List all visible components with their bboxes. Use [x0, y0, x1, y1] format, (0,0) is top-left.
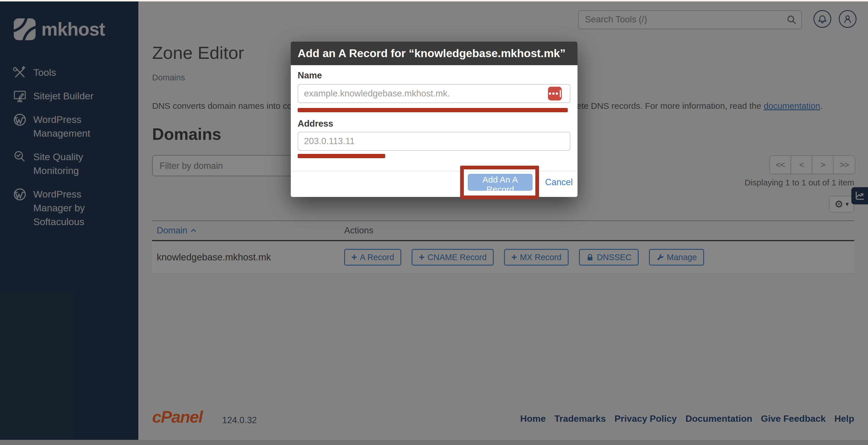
name-label: Name — [298, 70, 322, 81]
cancel-link[interactable]: Cancel — [545, 177, 573, 187]
top-edge-strip — [0, 0, 868, 1]
password-manager-autofill-icon[interactable] — [548, 87, 562, 100]
annotation-highlight-submit — [460, 166, 539, 199]
record-address-input[interactable] — [298, 132, 570, 151]
annotation-underline-name — [298, 108, 568, 112]
record-name-input[interactable] — [298, 84, 570, 103]
modal-header: Add an A Record for “knowledgebase.mkhos… — [291, 41, 578, 65]
zone-editor-page: mkhost Tools — [0, 0, 868, 445]
annotation-underline-address — [298, 154, 385, 158]
modal-title: Add an A Record for “knowledgebase.mkhos… — [298, 47, 565, 60]
address-label: Address — [298, 119, 333, 129]
